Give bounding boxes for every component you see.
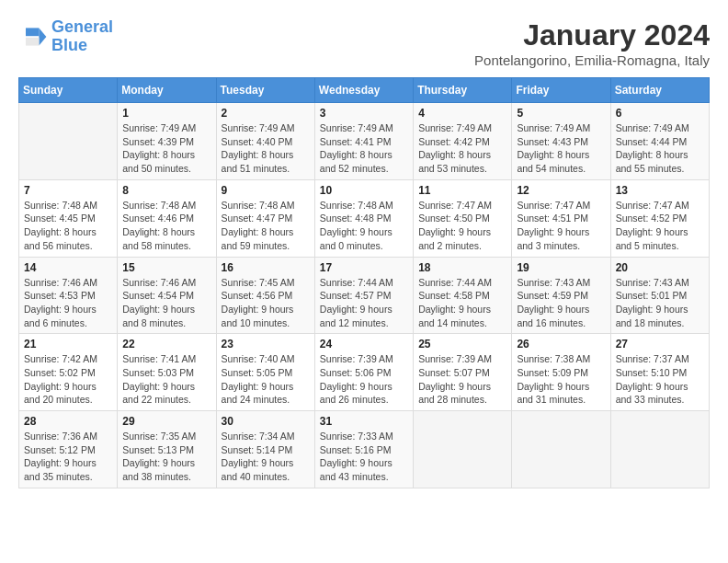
calendar-cell: 4Sunrise: 7:49 AMSunset: 4:42 PMDaylight… — [414, 103, 512, 180]
calendar-cell: 11Sunrise: 7:47 AMSunset: 4:50 PMDayligh… — [414, 179, 512, 257]
day-number: 24 — [320, 338, 408, 350]
calendar-cell: 22Sunrise: 7:41 AMSunset: 5:03 PMDayligh… — [118, 334, 216, 411]
day-info: Sunrise: 7:33 AMSunset: 5:16 PMDaylight:… — [320, 430, 408, 484]
calendar-cell: 21Sunrise: 7:42 AMSunset: 5:02 PMDayligh… — [19, 334, 118, 411]
calendar-cell: 10Sunrise: 7:48 AMSunset: 4:48 PMDayligh… — [314, 179, 413, 257]
day-info: Sunrise: 7:44 AMSunset: 4:57 PMDaylight:… — [320, 276, 408, 330]
calendar-cell: 5Sunrise: 7:49 AMSunset: 4:43 PMDaylight… — [512, 103, 610, 180]
day-number: 7 — [24, 184, 112, 197]
calendar-cell: 23Sunrise: 7:40 AMSunset: 5:05 PMDayligh… — [216, 334, 314, 411]
week-row-5: 28Sunrise: 7:36 AMSunset: 5:12 PMDayligh… — [19, 411, 710, 488]
day-info: Sunrise: 7:49 AMSunset: 4:42 PMDaylight:… — [418, 121, 506, 176]
calendar-cell: 28Sunrise: 7:36 AMSunset: 5:12 PMDayligh… — [19, 411, 118, 488]
day-info: Sunrise: 7:42 AMSunset: 5:02 PMDaylight:… — [24, 352, 112, 407]
day-number: 29 — [122, 415, 210, 428]
day-number: 11 — [418, 184, 506, 197]
svg-rect-2 — [26, 28, 39, 36]
day-info: Sunrise: 7:39 AMSunset: 5:07 PMDaylight:… — [418, 352, 506, 407]
calendar-cell: 17Sunrise: 7:44 AMSunset: 4:57 PMDayligh… — [314, 257, 413, 334]
day-of-week-monday: Monday — [118, 78, 216, 103]
day-number: 18 — [418, 261, 506, 274]
day-number: 14 — [24, 261, 112, 274]
day-number: 22 — [122, 338, 210, 350]
day-of-week-friday: Friday — [512, 78, 610, 103]
day-number: 17 — [320, 261, 408, 274]
day-number: 2 — [222, 107, 310, 120]
day-info: Sunrise: 7:47 AMSunset: 4:51 PMDaylight:… — [517, 199, 605, 253]
calendar-cell: 16Sunrise: 7:45 AMSunset: 4:56 PMDayligh… — [216, 257, 314, 334]
month-year-title: January 2024 — [474, 18, 710, 52]
svg-rect-3 — [26, 38, 39, 46]
day-info: Sunrise: 7:47 AMSunset: 4:50 PMDaylight:… — [418, 199, 506, 253]
calendar-cell: 1Sunrise: 7:49 AMSunset: 4:39 PMDaylight… — [118, 103, 216, 180]
day-of-week-thursday: Thursday — [414, 78, 512, 103]
day-info: Sunrise: 7:34 AMSunset: 5:14 PMDaylight:… — [222, 430, 310, 484]
day-info: Sunrise: 7:36 AMSunset: 5:12 PMDaylight:… — [24, 430, 112, 484]
week-row-3: 14Sunrise: 7:46 AMSunset: 4:53 PMDayligh… — [19, 257, 710, 334]
calendar-cell: 25Sunrise: 7:39 AMSunset: 5:07 PMDayligh… — [414, 334, 512, 411]
day-number: 15 — [122, 261, 210, 274]
day-info: Sunrise: 7:49 AMSunset: 4:43 PMDaylight:… — [517, 121, 605, 176]
day-number: 25 — [418, 338, 506, 350]
day-number: 8 — [122, 184, 210, 197]
day-number: 10 — [320, 184, 408, 197]
calendar-cell: 19Sunrise: 7:43 AMSunset: 4:59 PMDayligh… — [512, 257, 610, 334]
calendar-cell: 15Sunrise: 7:46 AMSunset: 4:54 PMDayligh… — [118, 257, 216, 334]
day-info: Sunrise: 7:47 AMSunset: 4:52 PMDaylight:… — [616, 199, 704, 253]
day-number: 5 — [517, 107, 605, 120]
day-of-week-tuesday: Tuesday — [216, 78, 314, 103]
day-info: Sunrise: 7:37 AMSunset: 5:10 PMDaylight:… — [616, 352, 704, 407]
day-number: 16 — [222, 261, 310, 274]
location-subtitle: Pontelangorino, Emilia-Romagna, Italy — [474, 52, 710, 68]
day-number: 20 — [616, 261, 704, 274]
day-number: 4 — [418, 107, 506, 120]
day-info: Sunrise: 7:48 AMSunset: 4:48 PMDaylight:… — [320, 199, 408, 253]
day-info: Sunrise: 7:48 AMSunset: 4:46 PMDaylight:… — [122, 199, 210, 253]
calendar-cell: 31Sunrise: 7:33 AMSunset: 5:16 PMDayligh… — [314, 411, 413, 488]
week-row-2: 7Sunrise: 7:48 AMSunset: 4:45 PMDaylight… — [19, 179, 710, 257]
day-number: 9 — [222, 184, 310, 197]
logo: General Blue — [18, 18, 113, 55]
day-number: 23 — [222, 338, 310, 350]
day-info: Sunrise: 7:49 AMSunset: 4:41 PMDaylight:… — [320, 121, 408, 176]
calendar-cell: 29Sunrise: 7:35 AMSunset: 5:13 PMDayligh… — [118, 411, 216, 488]
calendar-cell: 13Sunrise: 7:47 AMSunset: 4:52 PMDayligh… — [610, 179, 709, 257]
title-block: January 2024 Pontelangorino, Emilia-Roma… — [474, 18, 710, 68]
calendar-table: SundayMondayTuesdayWednesdayThursdayFrid… — [18, 77, 710, 488]
days-of-week-row: SundayMondayTuesdayWednesdayThursdayFrid… — [19, 78, 710, 103]
day-number: 26 — [517, 338, 605, 350]
day-info: Sunrise: 7:49 AMSunset: 4:40 PMDaylight:… — [222, 121, 310, 176]
calendar-cell — [512, 411, 610, 488]
calendar-cell: 26Sunrise: 7:38 AMSunset: 5:09 PMDayligh… — [512, 334, 610, 411]
calendar-cell — [19, 103, 118, 180]
day-number: 21 — [24, 338, 112, 350]
calendar-cell: 7Sunrise: 7:48 AMSunset: 4:45 PMDaylight… — [19, 179, 118, 257]
calendar-cell: 18Sunrise: 7:44 AMSunset: 4:58 PMDayligh… — [414, 257, 512, 334]
day-of-week-wednesday: Wednesday — [314, 78, 413, 103]
day-of-week-sunday: Sunday — [19, 78, 118, 103]
day-number: 1 — [122, 107, 210, 120]
calendar-cell: 30Sunrise: 7:34 AMSunset: 5:14 PMDayligh… — [216, 411, 314, 488]
day-info: Sunrise: 7:49 AMSunset: 4:44 PMDaylight:… — [616, 121, 704, 176]
calendar-header: SundayMondayTuesdayWednesdayThursdayFrid… — [19, 78, 710, 103]
calendar-cell: 9Sunrise: 7:48 AMSunset: 4:47 PMDaylight… — [216, 179, 314, 257]
day-number: 28 — [24, 415, 112, 428]
day-number: 19 — [517, 261, 605, 274]
day-number: 3 — [320, 107, 408, 120]
day-number: 30 — [222, 415, 310, 428]
day-info: Sunrise: 7:48 AMSunset: 4:47 PMDaylight:… — [222, 199, 310, 253]
logo-text: General Blue — [51, 18, 113, 55]
day-number: 12 — [517, 184, 605, 197]
calendar-cell — [610, 411, 709, 488]
calendar-cell: 24Sunrise: 7:39 AMSunset: 5:06 PMDayligh… — [314, 334, 413, 411]
calendar-cell: 27Sunrise: 7:37 AMSunset: 5:10 PMDayligh… — [610, 334, 709, 411]
day-info: Sunrise: 7:45 AMSunset: 4:56 PMDaylight:… — [222, 276, 310, 330]
logo-icon — [18, 22, 48, 52]
day-info: Sunrise: 7:43 AMSunset: 5:01 PMDaylight:… — [616, 276, 704, 330]
day-info: Sunrise: 7:43 AMSunset: 4:59 PMDaylight:… — [517, 276, 605, 330]
calendar-cell: 14Sunrise: 7:46 AMSunset: 4:53 PMDayligh… — [19, 257, 118, 334]
calendar-body: 1Sunrise: 7:49 AMSunset: 4:39 PMDaylight… — [19, 103, 710, 488]
day-info: Sunrise: 7:41 AMSunset: 5:03 PMDaylight:… — [122, 352, 210, 407]
day-info: Sunrise: 7:39 AMSunset: 5:06 PMDaylight:… — [320, 352, 408, 407]
week-row-4: 21Sunrise: 7:42 AMSunset: 5:02 PMDayligh… — [19, 334, 710, 411]
